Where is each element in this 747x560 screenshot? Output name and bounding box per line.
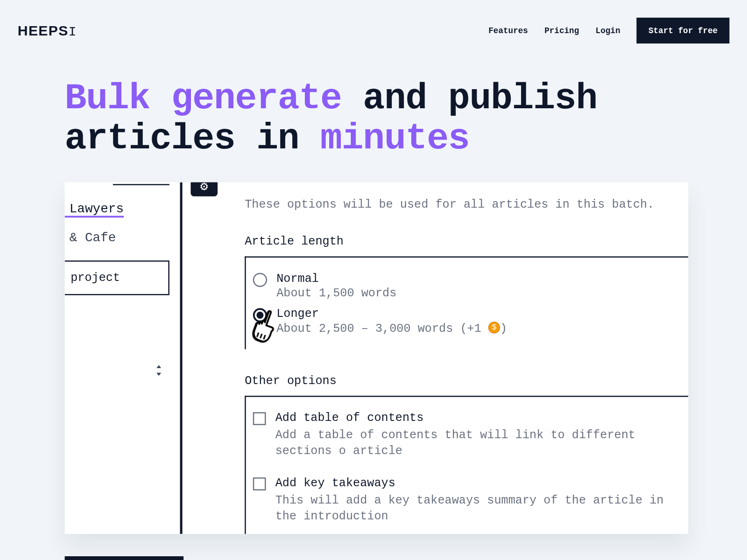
left-panel: ts Add more nily Lawyers kery & Cafe new… xyxy=(65,182,183,534)
headline-accent-1: Bulk generate xyxy=(65,77,342,119)
right-panel: ⚙ These options will be used for all art… xyxy=(183,182,689,534)
gear-icon[interactable]: ⚙ xyxy=(190,182,218,196)
radio-sub: About 1,500 words xyxy=(276,287,396,300)
check-takeaways[interactable]: Add key takeaways This will add a key ta… xyxy=(253,470,688,534)
radio-longer[interactable]: Longer About 2,500 – 3,000 words (+1 ) xyxy=(253,304,688,339)
get-credits-button[interactable]: Get free credits xyxy=(65,556,183,560)
options-description: These options will be used for all artic… xyxy=(245,198,688,211)
check-title: Add table of contents xyxy=(275,411,689,425)
checkbox-icon xyxy=(253,478,266,491)
new-project-button[interactable]: new project xyxy=(65,261,169,295)
coin-icon xyxy=(488,322,500,334)
article-length-label: Article length xyxy=(245,235,688,248)
sort-icon[interactable] xyxy=(154,365,163,380)
sidebar-item-lawyers[interactable]: nily Lawyers xyxy=(65,195,183,224)
radio-title: Normal xyxy=(276,272,396,286)
radio-icon xyxy=(253,273,267,287)
radio-sub-prefix: About 2,500 – 3,000 words (+1 xyxy=(276,322,488,336)
app-screenshot: ts Add more nily Lawyers kery & Cafe new… xyxy=(65,182,689,534)
check-toc[interactable]: Add table of contents Add a table of con… xyxy=(253,406,688,471)
nav-login[interactable]: Login xyxy=(596,26,620,35)
add-more-link[interactable]: Add more xyxy=(113,182,169,185)
nav-pricing[interactable]: Pricing xyxy=(544,26,579,35)
check-sub: This will add a key takeaways summary of… xyxy=(275,492,689,524)
headline-start-2: articles in xyxy=(65,118,320,159)
logo[interactable]: HEEPSI xyxy=(18,22,77,39)
headline-rest-1: and publish xyxy=(342,77,597,119)
radio-normal[interactable]: Normal About 1,500 words xyxy=(253,268,688,304)
checkbox-icon xyxy=(253,413,266,426)
headline-accent-2: minutes xyxy=(320,118,469,159)
sidebar-item-cafe[interactable]: kery & Cafe xyxy=(65,224,183,252)
start-free-button[interactable]: Start for free xyxy=(637,18,730,43)
other-options-group: Add table of contents Add a table of con… xyxy=(245,396,688,534)
radio-title: Longer xyxy=(276,307,507,321)
hero-headline: Bulk generate and publish articles in mi… xyxy=(65,79,730,159)
check-title: Add key takeaways xyxy=(275,476,689,490)
logo-text: HEEPS xyxy=(18,22,69,38)
other-options-label: Other options xyxy=(245,374,688,388)
radio-sub: About 2,500 – 3,000 words (+1 ) xyxy=(276,322,507,336)
article-length-group: Normal About 1,500 words Longer About 2,… xyxy=(245,257,688,350)
nav-right: Features Pricing Login Start for free xyxy=(488,18,729,43)
radio-sub-suffix: ) xyxy=(500,322,507,336)
logo-cursor-icon: I xyxy=(69,24,77,39)
top-nav: HEEPSI Features Pricing Login Start for … xyxy=(18,18,730,43)
left-panel-header: ts Add more xyxy=(65,182,183,195)
radio-icon xyxy=(253,308,267,322)
nav-features[interactable]: Features xyxy=(488,26,528,35)
check-sub: Add a table of contents that will link t… xyxy=(275,427,689,459)
